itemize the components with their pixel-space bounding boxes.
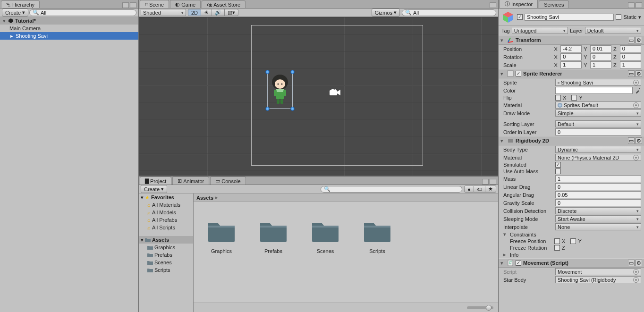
angdrag-field[interactable]: 0.05 <box>555 191 641 198</box>
tab-animator[interactable]: ⊞Animator <box>172 177 209 185</box>
tag-dropdown[interactable]: Untagged <box>512 27 568 34</box>
resize-handle[interactable] <box>290 70 295 74</box>
orderlayer-field[interactable]: 0 <box>555 128 641 135</box>
favorites-header[interactable]: ▾★Favorites <box>139 194 193 201</box>
foldout-icon[interactable]: ▾ <box>500 260 505 266</box>
static-checkbox[interactable] <box>616 14 621 20</box>
tab-scene[interactable]: ⌗Scene <box>140 0 169 8</box>
pos-x-field[interactable]: -4.2 <box>560 45 582 52</box>
panel-menu-icon[interactable] <box>636 2 642 8</box>
pos-y-field[interactable]: 0.01 <box>590 45 611 52</box>
component-header-transform[interactable]: ▾ Transform ▭⚙ <box>499 35 644 45</box>
shading-dropdown[interactable]: Shaded <box>141 9 186 16</box>
help-icon[interactable]: ▭ <box>628 37 635 43</box>
component-header-sprite-renderer[interactable]: ▾ Sprite Renderer ▭⚙ <box>499 69 644 78</box>
folder-asset[interactable]: Scenes <box>310 219 341 254</box>
panel-menu-icon[interactable] <box>490 179 496 185</box>
hierarchy-item-camera[interactable]: Main Camera <box>0 25 138 32</box>
resize-handle[interactable] <box>290 107 295 111</box>
gravity-field[interactable]: 0 <box>555 199 641 206</box>
tab-assetstore[interactable]: 🛍Asset Store <box>202 0 246 8</box>
assets-grid[interactable]: Graphics Prefabs Scenes Scripts <box>194 202 498 303</box>
resize-handle[interactable] <box>265 107 270 111</box>
component-header-movement[interactable]: ▾ # Movement (Script) ▭⚙ <box>499 258 644 268</box>
panel-lock-icon[interactable] <box>482 179 489 185</box>
freeze-rot-z-checkbox[interactable] <box>554 245 560 251</box>
component-enable-checkbox[interactable] <box>516 260 521 266</box>
lighting-toggle[interactable]: ☀ <box>201 9 212 16</box>
tree-item[interactable]: Graphics <box>139 244 193 251</box>
filter-button[interactable]: ● <box>464 186 474 193</box>
drawmode-dropdown[interactable]: Simple <box>555 110 641 117</box>
resize-handle[interactable] <box>265 70 270 74</box>
panel-menu-icon[interactable] <box>130 2 136 8</box>
physmaterial-ref-field[interactable]: None (Physics Material 2D <box>555 154 641 161</box>
hierarchy-item-shooting-savi[interactable]: ▸Shooting Savi <box>0 32 138 40</box>
panel-menu-icon[interactable] <box>490 2 496 8</box>
scale-x-field[interactable]: 1 <box>560 61 582 68</box>
gear-icon[interactable]: ⚙ <box>636 37 642 43</box>
gear-icon[interactable]: ⚙ <box>636 137 642 144</box>
object-picker-icon[interactable] <box>633 80 639 85</box>
fav-item[interactable]: ⌕All Materials <box>139 201 193 209</box>
folder-asset[interactable]: Scripts <box>362 219 393 254</box>
starbody-ref-field[interactable]: Shooting Savi (Rigidbody <box>555 276 641 283</box>
name-field[interactable]: Shooting Savi <box>525 14 614 21</box>
automass-checkbox[interactable] <box>555 169 561 174</box>
color-field[interactable] <box>555 87 633 94</box>
tree-item[interactable]: Scripts <box>139 266 193 274</box>
info-foldout[interactable]: ▸Info <box>499 251 644 258</box>
component-enable-checkbox[interactable] <box>516 71 521 76</box>
freeze-pos-x-checkbox[interactable] <box>554 238 560 244</box>
fav-item[interactable]: ⌕All Models <box>139 209 193 216</box>
object-picker-icon[interactable] <box>633 155 639 160</box>
gear-icon[interactable]: ⚙ <box>636 260 642 266</box>
project-create-button[interactable]: Create▾ <box>141 185 167 193</box>
constraints-foldout row[interactable]: ▾Constraints <box>499 231 644 238</box>
tab-inspector[interactable]: ⓘInspector <box>500 0 538 8</box>
object-picker-icon[interactable] <box>633 102 639 108</box>
2d-toggle[interactable]: 2D <box>188 9 201 16</box>
scale-z-field[interactable]: 1 <box>620 61 641 68</box>
filter-button[interactable]: 🏷 <box>474 186 485 193</box>
folder-asset[interactable]: Prefabs <box>258 219 289 254</box>
collision-dropdown[interactable]: Discrete <box>555 207 641 214</box>
audio-toggle[interactable]: 🔊 <box>212 9 225 16</box>
material-ref-field[interactable]: Sprites-Default <box>555 101 641 109</box>
interp-dropdown[interactable]: None <box>555 223 641 230</box>
hierarchy-search[interactable]: 🔍All <box>29 9 136 16</box>
thumbnail-size-slider[interactable] <box>467 306 493 309</box>
component-header-rigidbody2d[interactable]: ▾ Rigidbody 2D ▭⚙ <box>499 136 644 145</box>
folder-asset[interactable]: Graphics <box>206 219 237 254</box>
tree-item[interactable]: Scenes <box>139 259 193 266</box>
rot-y-field[interactable]: 0 <box>590 53 611 60</box>
foldout-icon[interactable]: ▾ <box>500 138 505 144</box>
tab-game[interactable]: ◐Game <box>170 0 201 8</box>
active-checkbox[interactable] <box>517 14 523 20</box>
tab-project[interactable]: ▇Project <box>140 177 171 185</box>
create-button[interactable]: Create▾ <box>2 8 28 17</box>
scene-viewport[interactable] <box>139 17 498 176</box>
sprite-shooting-savi[interactable] <box>270 74 290 107</box>
bodytype-dropdown[interactable]: Dynamic <box>555 146 641 153</box>
fav-item[interactable]: ⌕All Prefabs <box>139 216 193 224</box>
panel-lock-icon[interactable] <box>628 2 635 8</box>
foldout-icon[interactable]: ▾ <box>500 37 505 43</box>
project-search[interactable]: 🔍 <box>321 186 462 193</box>
slider-knob[interactable] <box>486 305 491 311</box>
breadcrumb[interactable]: Assets▸ <box>194 194 498 202</box>
sprite-ref-field[interactable]: ▫Shooting Savi <box>555 79 641 86</box>
pos-z-field[interactable]: 0 <box>620 45 641 52</box>
scale-y-field[interactable]: 1 <box>590 61 611 68</box>
foldout-icon[interactable]: ▾ <box>500 71 505 77</box>
flip-x-checkbox[interactable] <box>555 95 561 101</box>
help-icon[interactable]: ▭ <box>628 137 635 144</box>
rot-z-field[interactable]: 0 <box>620 53 641 60</box>
help-icon[interactable]: ▭ <box>628 260 635 266</box>
fav-item[interactable]: ⌕All Scripts <box>139 224 193 231</box>
freeze-pos-y-checkbox[interactable] <box>570 238 576 244</box>
fx-toggle[interactable]: ▧▾ <box>225 9 238 16</box>
help-icon[interactable]: ▭ <box>628 70 635 77</box>
object-picker-icon[interactable] <box>633 277 639 283</box>
sortlayer-dropdown[interactable]: Default <box>555 120 641 127</box>
